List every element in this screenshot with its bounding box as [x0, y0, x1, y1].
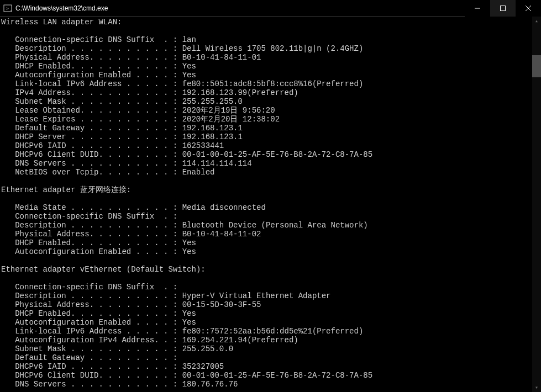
titlebar[interactable]: ＞_ C:\Windows\system32\cmd.exe: [0, 0, 541, 17]
terminal-line: IPv4 Address. . . . . . . . . . . : 192.…: [1, 88, 541, 97]
terminal-line: [1, 274, 541, 283]
terminal-line: DHCP Enabled. . . . . . . . . . . : Yes: [1, 239, 541, 247]
terminal-line: Connection-specific DNS Suffix . :: [1, 212, 541, 221]
terminal-line: DHCPv6 Client DUID. . . . . . . . : 00-0…: [1, 150, 541, 159]
terminal-line: [1, 256, 541, 265]
terminal-line: Lease Obtained. . . . . . . . . . : 2020…: [1, 106, 541, 115]
terminal-line: DNS Servers . . . . . . . . . . . : 180.…: [1, 380, 541, 389]
terminal-output[interactable]: Wireless LAN adapter WLAN: Connection-sp…: [0, 17, 541, 392]
terminal-line: DHCP Server . . . . . . . . . . . : 192.…: [1, 133, 541, 141]
close-button[interactable]: [516, 0, 541, 17]
terminal-line: Description . . . . . . . . . . . : Blue…: [1, 221, 541, 230]
terminal-line: Wireless LAN adapter WLAN:: [1, 18, 541, 27]
terminal-line: [1, 177, 541, 186]
terminal-line: Autoconfiguration Enabled . . . . : Yes: [1, 247, 541, 256]
terminal-line: Link-local IPv6 Address . . . . . : fe80…: [1, 80, 541, 88]
scrollbar-track[interactable]: ▴ ▾: [532, 17, 541, 392]
terminal-line: DNS Servers . . . . . . . . . . . : 114.…: [1, 159, 541, 168]
terminal-line: Ethernet adapter 蓝牙网络连接:: [1, 186, 541, 194]
terminal-line: DHCPv6 IAID . . . . . . . . . . . : 1625…: [1, 141, 541, 150]
terminal-line: Autoconfiguration IPv4 Address. . : 169.…: [1, 336, 541, 345]
terminal-line: DHCPv6 Client DUID. . . . . . . . : 00-0…: [1, 371, 541, 380]
terminal-line: Autoconfiguration Enabled . . . . : Yes: [1, 71, 541, 80]
terminal-line: Description . . . . . . . . . . . : Hype…: [1, 292, 541, 300]
terminal-line: Description . . . . . . . . . . . : Dell…: [1, 44, 541, 53]
terminal-line: Autoconfiguration Enabled . . . . : Yes: [1, 318, 541, 327]
scroll-down-icon[interactable]: ▾: [532, 383, 541, 392]
terminal-line: Media State . . . . . . . . . . . : Medi…: [1, 203, 541, 212]
minimize-button[interactable]: [465, 0, 490, 17]
window-controls: [465, 0, 541, 16]
window-title: C:\Windows\system32\cmd.exe: [15, 4, 465, 12]
terminal-line: Link-local IPv6 Address . . . . . : fe80…: [1, 327, 541, 336]
terminal-line: Connection-specific DNS Suffix . : lan: [1, 35, 541, 44]
terminal-line: DHCP Enabled. . . . . . . . . . . : Yes: [1, 309, 541, 318]
terminal-line: Default Gateway . . . . . . . . . :: [1, 353, 541, 362]
terminal-line: Default Gateway . . . . . . . . . : 192.…: [1, 124, 541, 133]
terminal-line: Physical Address. . . . . . . . . : B0-1…: [1, 230, 541, 239]
terminal-line: Lease Expires . . . . . . . . . . : 2020…: [1, 115, 541, 124]
scrollbar-thumb[interactable]: [532, 55, 541, 77]
terminal-line: [1, 27, 541, 35]
terminal-line: NetBIOS over Tcpip. . . . . . . . : Enab…: [1, 168, 541, 177]
terminal-line: [1, 194, 541, 203]
terminal-line: Subnet Mask . . . . . . . . . . . : 255.…: [1, 345, 541, 353]
terminal-line: Subnet Mask . . . . . . . . . . . : 255.…: [1, 97, 541, 106]
svg-rect-3: [501, 6, 506, 11]
maximize-button[interactable]: [490, 0, 516, 17]
terminal-line: Physical Address. . . . . . . . . : 00-1…: [1, 300, 541, 309]
terminal-line: Connection-specific DNS Suffix . :: [1, 283, 541, 292]
scroll-up-icon[interactable]: ▴: [532, 17, 541, 25]
cmd-icon: ＞_: [3, 4, 12, 13]
svg-text:＞_: ＞_: [5, 6, 12, 11]
terminal-line: DHCP Enabled. . . . . . . . . . . : Yes: [1, 62, 541, 71]
terminal-line: DHCPv6 IAID . . . . . . . . . . . : 3523…: [1, 362, 541, 371]
terminal-line: Physical Address. . . . . . . . . : B0-1…: [1, 53, 541, 62]
terminal-line: Ethernet adapter vEthernet (Default Swit…: [1, 265, 541, 274]
